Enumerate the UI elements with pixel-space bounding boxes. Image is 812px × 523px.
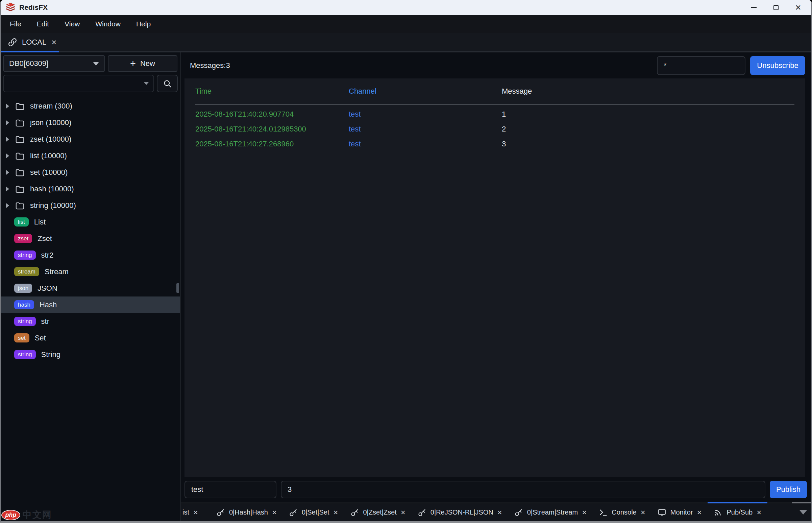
tree-folder[interactable]: set (10000) (1, 164, 180, 181)
publish-channel-input[interactable] (185, 481, 276, 498)
bottom-tab-label: ist (183, 508, 189, 516)
column-header-channel: Channel (349, 87, 502, 96)
tree-key[interactable]: list List (1, 214, 180, 230)
tab-close-icon[interactable]: × (497, 508, 502, 517)
tab-close-icon[interactable]: × (582, 508, 587, 517)
key-label: Set (35, 334, 46, 342)
publish-button[interactable]: Publish (770, 481, 807, 498)
pubsub-pane: Messages:3 Unsubscribe Time Channel Mess… (181, 52, 811, 521)
chevron-right-icon[interactable] (6, 203, 15, 208)
cell-time: 2025-08-16T21:40:20.907704 (195, 110, 349, 119)
bottom-tab[interactable]: 0|Stream|Stream × (508, 503, 593, 521)
key-filter-input[interactable] (8, 79, 144, 88)
watermark-text: 中文网 (23, 509, 52, 521)
tree-key[interactable]: string str (1, 313, 180, 330)
folder-label: list (10000) (30, 151, 67, 160)
publish-message-input[interactable] (281, 481, 765, 498)
tree-folder[interactable]: list (10000) (1, 147, 180, 164)
key-type-badge: string (14, 317, 36, 326)
tab-close-icon[interactable]: × (401, 508, 406, 517)
app-window: RedisFX × FileEditViewWindowHelp LOCAL ×… (0, 0, 812, 523)
bottom-tab[interactable]: 0|Set|Set × (283, 503, 344, 521)
bottom-tab[interactable]: 0|Hash|Hash × (210, 503, 283, 521)
tab-close-icon[interactable]: × (333, 508, 338, 517)
key-icon (418, 508, 426, 517)
tree-key[interactable]: set Set (1, 330, 180, 346)
tree-key[interactable]: string String (1, 346, 180, 363)
key-label: str (41, 317, 49, 326)
tree-key[interactable]: string str2 (1, 247, 180, 263)
menu-item-file[interactable]: File (2, 20, 29, 28)
key-label: Hash (39, 301, 57, 309)
search-button[interactable] (157, 75, 178, 92)
publish-row: Publish (181, 477, 811, 502)
key-type-badge: hash (14, 300, 34, 309)
tree-key[interactable]: stream Stream (1, 263, 180, 280)
folder-icon (15, 200, 25, 211)
key-icon (350, 508, 359, 517)
tree-key[interactable]: zset Zset (1, 230, 180, 247)
unsubscribe-button[interactable]: Unsubscribe (750, 56, 805, 75)
bottom-tab-label: 0|Set|Set (302, 508, 330, 516)
tab-close-icon[interactable]: × (697, 508, 701, 517)
chevron-right-icon[interactable] (6, 137, 15, 142)
menu-item-help[interactable]: Help (128, 20, 159, 28)
folder-icon (15, 184, 25, 194)
bottom-tab[interactable]: 0|Zset|Zset × (344, 503, 411, 521)
bottom-tab[interactable]: 0|ReJSON-RL|JSON × (411, 503, 508, 521)
new-key-button-label: New (140, 59, 155, 68)
bottom-tab[interactable]: ist × (181, 503, 210, 521)
tree-key[interactable]: json JSON (1, 280, 180, 296)
chevron-right-icon[interactable] (6, 104, 15, 109)
chevron-right-icon[interactable] (6, 170, 15, 175)
tree-folder[interactable]: string (10000) (1, 197, 180, 214)
sidebar-scrollbar-thumb[interactable] (177, 283, 179, 293)
bottom-tabbar: ist × 0|Hash|Hash × 0|Set|Set × (181, 502, 811, 521)
database-selector[interactable]: DB0[60309] (3, 55, 105, 72)
folder-icon (15, 151, 25, 161)
key-type-badge: stream (14, 267, 39, 276)
key-type-badge: list (14, 217, 29, 227)
table-row[interactable]: 2025-08-16T21:40:24.012985300 test 2 (195, 122, 794, 137)
bottom-tab[interactable]: Console × (593, 503, 651, 521)
tree-folder[interactable]: hash (10000) (1, 181, 180, 197)
tree-folder[interactable]: json (10000) (1, 114, 180, 131)
key-label: JSON (37, 284, 57, 293)
channel-pattern-input[interactable] (657, 56, 745, 75)
tab-close-icon[interactable]: × (641, 508, 645, 517)
table-row[interactable]: 2025-08-16T21:40:20.907704 test 1 (195, 107, 794, 122)
minimize-button[interactable] (742, 0, 765, 15)
menu-item-edit[interactable]: Edit (29, 20, 57, 28)
tab-close-icon[interactable]: × (193, 508, 198, 517)
redis-logo-icon (5, 3, 16, 12)
maximize-button[interactable] (765, 0, 787, 15)
connection-tab-local[interactable]: LOCAL × (1, 33, 59, 51)
chevron-right-icon[interactable] (6, 153, 15, 159)
cell-channel: test (349, 110, 502, 119)
menu-item-view[interactable]: View (57, 20, 88, 28)
chevron-right-icon[interactable] (6, 186, 15, 192)
tab-close-icon[interactable]: × (272, 508, 277, 517)
close-button[interactable]: × (787, 0, 809, 15)
folder-label: set (10000) (30, 168, 68, 177)
key-icon (216, 508, 225, 517)
tree-folder[interactable]: stream (300) (1, 98, 180, 114)
column-header-time: Time (195, 87, 349, 96)
folder-label: json (10000) (30, 118, 71, 127)
menu-item-window[interactable]: Window (88, 20, 128, 28)
tree-folder[interactable]: zset (10000) (1, 131, 180, 147)
bottom-tab[interactable]: Pub/Sub × (707, 503, 768, 521)
bottom-tab[interactable]: Monitor × (651, 503, 708, 521)
table-row[interactable]: 2025-08-16T21:40:27.268960 test 3 (195, 137, 794, 151)
key-label: String (41, 350, 60, 359)
chevron-right-icon[interactable] (6, 120, 15, 125)
key-label: List (34, 218, 45, 227)
tab-overflow-caret-icon[interactable] (799, 510, 807, 515)
bottom-tab-label: Pub/Sub (726, 508, 753, 516)
new-key-button[interactable]: + New (108, 55, 178, 72)
connection-tab-close-icon[interactable]: × (51, 38, 56, 47)
tab-close-icon[interactable]: × (757, 508, 761, 517)
tree-key[interactable]: hash Hash (1, 296, 180, 313)
close-icon: × (795, 2, 801, 13)
folder-label: stream (300) (30, 102, 72, 111)
